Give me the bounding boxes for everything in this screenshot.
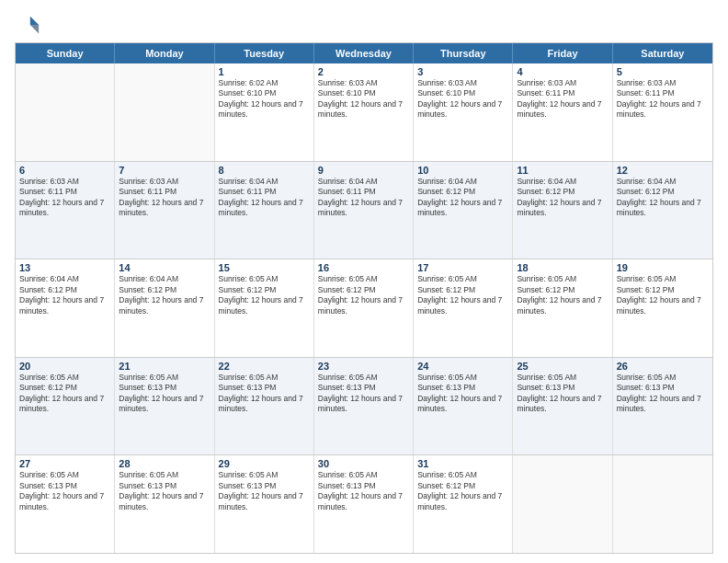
day-number: 21 [119, 361, 210, 372]
calendar-body: 1Sunrise: 6:02 AM Sunset: 6:10 PM Daylig… [16, 63, 712, 553]
day-info: Sunrise: 6:05 AM Sunset: 6:12 PM Dayligh… [517, 274, 608, 316]
calendar-day-header: Sunday [16, 43, 115, 63]
day-info: Sunrise: 6:04 AM Sunset: 6:11 PM Dayligh… [318, 177, 409, 219]
day-number: 6 [19, 165, 110, 176]
calendar-day-header: Friday [513, 43, 612, 63]
calendar-cell: 3Sunrise: 6:03 AM Sunset: 6:10 PM Daylig… [414, 63, 513, 161]
svg-marker-0 [30, 17, 39, 25]
day-info: Sunrise: 6:03 AM Sunset: 6:11 PM Dayligh… [617, 78, 709, 121]
day-info: Sunrise: 6:04 AM Sunset: 6:12 PM Dayligh… [19, 274, 110, 316]
day-number: 23 [318, 361, 409, 372]
day-info: Sunrise: 6:05 AM Sunset: 6:12 PM Dayligh… [219, 274, 310, 316]
day-number: 16 [318, 262, 409, 273]
day-info: Sunrise: 6:05 AM Sunset: 6:12 PM Dayligh… [318, 274, 409, 316]
calendar-cell: 1Sunrise: 6:02 AM Sunset: 6:10 PM Daylig… [215, 63, 314, 161]
calendar-cell: 21Sunrise: 6:05 AM Sunset: 6:13 PM Dayli… [115, 358, 214, 455]
day-info: Sunrise: 6:05 AM Sunset: 6:13 PM Dayligh… [119, 373, 210, 415]
day-info: Sunrise: 6:05 AM Sunset: 6:13 PM Dayligh… [219, 470, 310, 512]
calendar-day-header: Saturday [613, 43, 712, 63]
calendar-cell: 11Sunrise: 6:04 AM Sunset: 6:12 PM Dayli… [513, 162, 612, 259]
day-info: Sunrise: 6:04 AM Sunset: 6:12 PM Dayligh… [417, 177, 508, 219]
day-info: Sunrise: 6:03 AM Sunset: 6:10 PM Dayligh… [318, 78, 409, 121]
day-number: 4 [517, 66, 608, 77]
calendar-cell: 31Sunrise: 6:05 AM Sunset: 6:12 PM Dayli… [414, 455, 513, 553]
day-info: Sunrise: 6:03 AM Sunset: 6:10 PM Dayligh… [417, 78, 508, 121]
day-number: 5 [617, 66, 709, 77]
calendar-day-header: Monday [115, 43, 214, 63]
day-info: Sunrise: 6:05 AM Sunset: 6:12 PM Dayligh… [19, 373, 110, 415]
logo-icon [15, 13, 40, 39]
day-number: 20 [19, 361, 110, 372]
calendar-cell: 23Sunrise: 6:05 AM Sunset: 6:13 PM Dayli… [314, 358, 414, 455]
calendar-cell: 9Sunrise: 6:04 AM Sunset: 6:11 PM Daylig… [314, 162, 414, 259]
calendar-day-header: Thursday [414, 43, 513, 63]
day-info: Sunrise: 6:05 AM Sunset: 6:13 PM Dayligh… [219, 373, 310, 415]
day-info: Sunrise: 6:05 AM Sunset: 6:12 PM Dayligh… [417, 470, 508, 512]
calendar-cell: 17Sunrise: 6:05 AM Sunset: 6:12 PM Dayli… [414, 259, 513, 357]
calendar-cell [16, 63, 115, 161]
day-number: 11 [517, 165, 608, 176]
day-info: Sunrise: 6:03 AM Sunset: 6:11 PM Dayligh… [517, 78, 608, 121]
day-number: 22 [219, 361, 310, 372]
day-number: 14 [119, 262, 210, 273]
day-info: Sunrise: 6:05 AM Sunset: 6:12 PM Dayligh… [417, 274, 508, 316]
calendar-cell: 27Sunrise: 6:05 AM Sunset: 6:13 PM Dayli… [16, 455, 115, 553]
calendar-cell [513, 455, 612, 553]
day-number: 13 [19, 262, 110, 273]
day-number: 10 [417, 165, 508, 176]
calendar-week: 6Sunrise: 6:03 AM Sunset: 6:11 PM Daylig… [16, 161, 712, 259]
calendar-cell: 25Sunrise: 6:05 AM Sunset: 6:13 PM Dayli… [513, 358, 612, 455]
calendar-header: SundayMondayTuesdayWednesdayThursdayFrid… [16, 43, 712, 63]
day-info: Sunrise: 6:05 AM Sunset: 6:13 PM Dayligh… [318, 373, 409, 415]
calendar-cell: 13Sunrise: 6:04 AM Sunset: 6:12 PM Dayli… [16, 259, 115, 357]
day-number: 30 [318, 458, 409, 469]
calendar-cell: 18Sunrise: 6:05 AM Sunset: 6:12 PM Dayli… [513, 259, 612, 357]
page: SundayMondayTuesdayWednesdayThursdayFrid… [0, 0, 728, 563]
day-info: Sunrise: 6:05 AM Sunset: 6:13 PM Dayligh… [119, 470, 210, 512]
day-info: Sunrise: 6:05 AM Sunset: 6:13 PM Dayligh… [318, 470, 409, 512]
day-number: 24 [417, 361, 508, 372]
day-info: Sunrise: 6:02 AM Sunset: 6:10 PM Dayligh… [219, 78, 310, 121]
day-number: 19 [617, 262, 709, 273]
calendar-cell: 28Sunrise: 6:05 AM Sunset: 6:13 PM Dayli… [115, 455, 214, 553]
calendar-week: 1Sunrise: 6:02 AM Sunset: 6:10 PM Daylig… [16, 63, 712, 161]
day-number: 17 [417, 262, 508, 273]
calendar-cell: 30Sunrise: 6:05 AM Sunset: 6:13 PM Dayli… [314, 455, 414, 553]
day-info: Sunrise: 6:05 AM Sunset: 6:12 PM Dayligh… [617, 274, 709, 316]
day-number: 15 [219, 262, 310, 273]
calendar-cell: 24Sunrise: 6:05 AM Sunset: 6:13 PM Dayli… [414, 358, 513, 455]
calendar-cell: 12Sunrise: 6:04 AM Sunset: 6:12 PM Dayli… [613, 162, 712, 259]
day-info: Sunrise: 6:04 AM Sunset: 6:11 PM Dayligh… [219, 177, 310, 219]
day-number: 26 [617, 361, 709, 372]
day-info: Sunrise: 6:04 AM Sunset: 6:12 PM Dayligh… [517, 177, 608, 219]
day-number: 12 [617, 165, 709, 176]
calendar-day-header: Tuesday [215, 43, 314, 63]
day-info: Sunrise: 6:03 AM Sunset: 6:11 PM Dayligh… [119, 177, 210, 219]
day-number: 29 [219, 458, 310, 469]
day-number: 28 [119, 458, 210, 469]
calendar-cell: 7Sunrise: 6:03 AM Sunset: 6:11 PM Daylig… [115, 162, 214, 259]
calendar-cell: 16Sunrise: 6:05 AM Sunset: 6:12 PM Dayli… [314, 259, 414, 357]
calendar-day-header: Wednesday [314, 43, 414, 63]
calendar-cell [613, 455, 712, 553]
calendar-week: 13Sunrise: 6:04 AM Sunset: 6:12 PM Dayli… [16, 259, 712, 357]
svg-marker-1 [30, 25, 39, 33]
calendar-week: 27Sunrise: 6:05 AM Sunset: 6:13 PM Dayli… [16, 454, 712, 553]
day-number: 8 [219, 165, 310, 176]
day-info: Sunrise: 6:05 AM Sunset: 6:13 PM Dayligh… [617, 373, 709, 415]
logo [15, 13, 44, 39]
calendar-cell: 14Sunrise: 6:04 AM Sunset: 6:12 PM Dayli… [115, 259, 214, 357]
day-number: 31 [417, 458, 508, 469]
day-number: 9 [318, 165, 409, 176]
day-info: Sunrise: 6:04 AM Sunset: 6:12 PM Dayligh… [119, 274, 210, 316]
day-number: 3 [417, 66, 508, 77]
day-number: 27 [19, 458, 110, 469]
day-info: Sunrise: 6:05 AM Sunset: 6:13 PM Dayligh… [417, 373, 508, 415]
day-info: Sunrise: 6:04 AM Sunset: 6:12 PM Dayligh… [617, 177, 709, 219]
day-number: 7 [119, 165, 210, 176]
calendar-cell: 19Sunrise: 6:05 AM Sunset: 6:12 PM Dayli… [613, 259, 712, 357]
day-info: Sunrise: 6:05 AM Sunset: 6:13 PM Dayligh… [517, 373, 608, 415]
day-number: 2 [318, 66, 409, 77]
calendar-cell [115, 63, 214, 161]
calendar-cell: 15Sunrise: 6:05 AM Sunset: 6:12 PM Dayli… [215, 259, 314, 357]
